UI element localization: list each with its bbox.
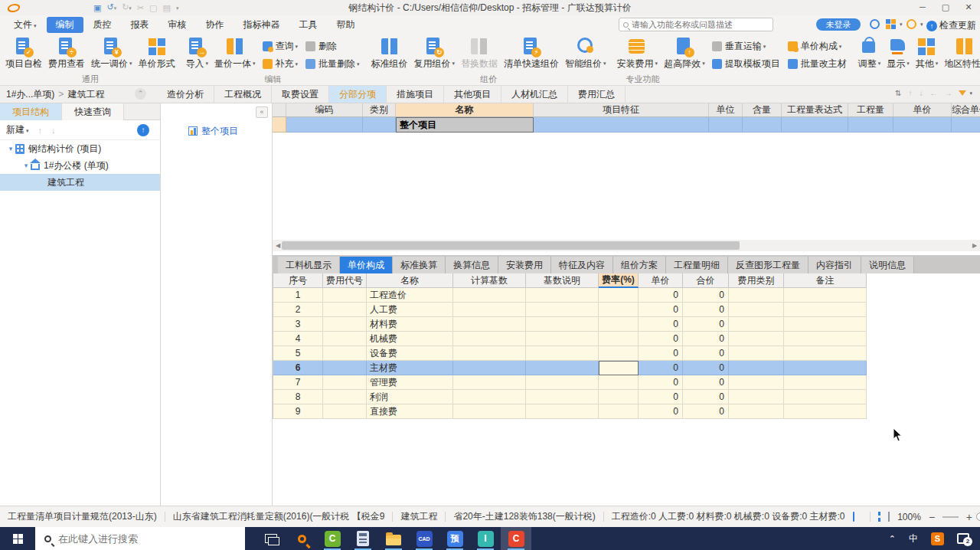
delete-button[interactable]: 删除 (302, 38, 364, 55)
move-left-icon[interactable]: ← (929, 89, 937, 97)
menu-bianzhi[interactable]: 编制 (47, 17, 83, 33)
dcol-name[interactable]: 名称 (367, 273, 453, 288)
sidebar-tab-project-structure[interactable]: 项目结构 (0, 103, 62, 120)
fee-row[interactable]: 1 工程造价 00 (273, 288, 866, 303)
col-qty-expression[interactable]: 工程量表达式 (782, 103, 848, 117)
maximize-button[interactable]: ▢ (934, 0, 957, 15)
filter-icon[interactable]: ▾ (959, 90, 972, 97)
clause-root-item[interactable]: 整个项目 (161, 123, 273, 139)
breadcrumb-unit[interactable]: 1#办...单项) (6, 88, 54, 101)
fee-row[interactable]: 8 利润 00 (273, 390, 866, 404)
tray-expand-icon[interactable]: ⌃ (889, 534, 896, 544)
sidebar-tab-quick-query[interactable]: 快速查询 (62, 103, 124, 120)
col-comprehensive-price[interactable]: 综合单价 (952, 103, 980, 117)
detail-tab-standard-conversion[interactable]: 标准换算 (393, 257, 446, 273)
unit-price-compose-button[interactable]: 单价构成▾ (784, 38, 851, 55)
minimize-button[interactable]: ─ (911, 0, 934, 15)
unified-price-adjust-button[interactable]: ¥统一调价▾ (88, 35, 136, 70)
new-button[interactable]: 新建▾ (6, 123, 29, 136)
save-icon[interactable]: ▣ (93, 0, 101, 15)
dcol-fee-code[interactable]: 费用代号 (323, 273, 367, 288)
fee-row[interactable]: 3 材料费 00 (273, 317, 866, 332)
dcol-calc-base[interactable]: 计算基数 (453, 273, 526, 288)
dcol-seq[interactable]: 序号 (273, 273, 323, 288)
dcol-total[interactable]: 合价 (683, 273, 729, 288)
move-right-icon[interactable]: → (944, 89, 952, 97)
function-search-box[interactable] (619, 18, 773, 31)
fee-row[interactable]: 9 直接费 00 (273, 404, 866, 419)
query-button[interactable]: 查询▾ (259, 38, 302, 55)
start-button[interactable] (0, 527, 35, 550)
scrollbar-thumb[interactable] (282, 241, 740, 250)
tree-caret-icon[interactable]: ▾ (6, 145, 15, 152)
tab-fee-setting[interactable]: 取费设置 (272, 86, 329, 103)
move-up-icon[interactable]: ↑ (908, 89, 912, 97)
collapse-ribbon-icon[interactable]: ⌃ (969, 19, 977, 30)
row-handle[interactable] (273, 117, 286, 133)
fee-row[interactable]: 7 管理费 00 (273, 375, 866, 390)
app-yusuan[interactable]: 预 (439, 527, 470, 550)
tree-down-icon[interactable]: ↓ (51, 126, 56, 135)
status-doc-icon[interactable] (853, 512, 855, 522)
paste-icon[interactable]: ▤ (163, 0, 171, 15)
detail-tab-description[interactable]: 说明信息 (861, 257, 914, 273)
zoom-in-icon[interactable]: + (966, 511, 972, 523)
row-height-icon[interactable]: ⇅ (895, 89, 901, 97)
display-button[interactable]: 显示▾ (884, 35, 913, 70)
fee-view-button[interactable]: ÷费用查看 (45, 35, 88, 70)
col-unit[interactable]: 单位 (709, 103, 743, 117)
detail-tab-graphic-quantity[interactable]: 反查图形工程量 (728, 257, 808, 273)
menu-xiezuo[interactable]: 协作 (197, 17, 234, 33)
quick-list-pricing-button[interactable]: ⚡清单快速组价 (501, 35, 562, 70)
col-unit-price[interactable]: 单价 (893, 103, 952, 117)
detail-tab-pricing-scheme[interactable]: 组价方案 (613, 257, 666, 273)
tab-cost-analysis[interactable]: 造价分析 (157, 86, 214, 103)
fee-row[interactable]: 5 设备费 00 (273, 346, 866, 361)
undo-icon[interactable]: ↺▾ (106, 0, 116, 16)
unit-price-form-button[interactable]: 单价形式 (136, 35, 178, 70)
adjust-button[interactable]: 调整▾ (855, 35, 884, 70)
col-content[interactable]: 含量 (743, 103, 782, 117)
detail-tab-install-fee[interactable]: 安装费用 (498, 257, 551, 273)
tab-labor-material-summary[interactable]: 人材机汇总 (501, 86, 568, 103)
col-code[interactable]: 编码 (286, 103, 363, 117)
coin-menu-icon[interactable]: ▾ (906, 19, 923, 29)
dcol-unit-price[interactable]: 单价 (639, 273, 683, 288)
taskbar-search-box[interactable] (35, 527, 245, 550)
copy-icon[interactable]: ▢ (149, 0, 157, 15)
notification-icon[interactable]: 2 (957, 533, 969, 544)
tree-item-project[interactable]: ▾ 钢结构计价 (项目) (0, 140, 160, 157)
menu-zhibiao[interactable]: 指标神器 (234, 17, 289, 33)
menu-zhikong[interactable]: 质控 (84, 17, 121, 33)
smart-pricing-button[interactable]: 智能组价▾ (562, 35, 609, 70)
dcol-rate[interactable]: 费率(%) (599, 273, 639, 288)
zoom-slider[interactable] (942, 516, 959, 518)
login-button[interactable]: 未登录 (816, 18, 861, 31)
col-feature[interactable]: 项目特征 (534, 103, 709, 117)
tab-other-items[interactable]: 其他项目 (444, 86, 501, 103)
ime-indicator[interactable]: 中 (909, 532, 918, 545)
scroll-right-icon[interactable]: ▶ (969, 242, 980, 249)
menu-bangzhu[interactable]: 帮助 (328, 17, 364, 33)
menu-gongju[interactable]: 工具 (290, 17, 327, 33)
collapse-panel-icon[interactable]: « (256, 106, 268, 118)
dcol-base-desc[interactable]: 基数说明 (526, 273, 599, 288)
app-calculator[interactable] (348, 527, 378, 550)
app-i-tool[interactable]: I (470, 527, 501, 550)
dcol-fee-category[interactable]: 费用类别 (729, 273, 784, 288)
sogou-icon[interactable]: S (931, 532, 944, 545)
zoom-slider-knob[interactable] (976, 512, 980, 521)
col-name[interactable]: 名称 (396, 103, 534, 117)
fee-row[interactable]: 2 人工费 00 (273, 303, 866, 317)
detail-tab-feature-content[interactable]: 特征及内容 (551, 257, 613, 273)
cut-icon[interactable]: ✂ (137, 0, 144, 15)
tab-measure-items[interactable]: 措施项目 (387, 86, 444, 103)
move-down-icon[interactable]: ↓ (919, 89, 923, 97)
detail-tab-content-guide[interactable]: 内容指引 (808, 257, 861, 273)
app-camtasia[interactable]: C (317, 527, 348, 550)
project-selfcheck-button[interactable]: ✓项目自检 (2, 35, 45, 70)
tab-fee-summary[interactable]: 费用汇总 (568, 86, 626, 103)
fee-row-selected[interactable]: 6 主材费 00 (273, 361, 866, 375)
close-button[interactable]: ✕ (957, 0, 980, 15)
function-search-input[interactable] (632, 20, 769, 29)
